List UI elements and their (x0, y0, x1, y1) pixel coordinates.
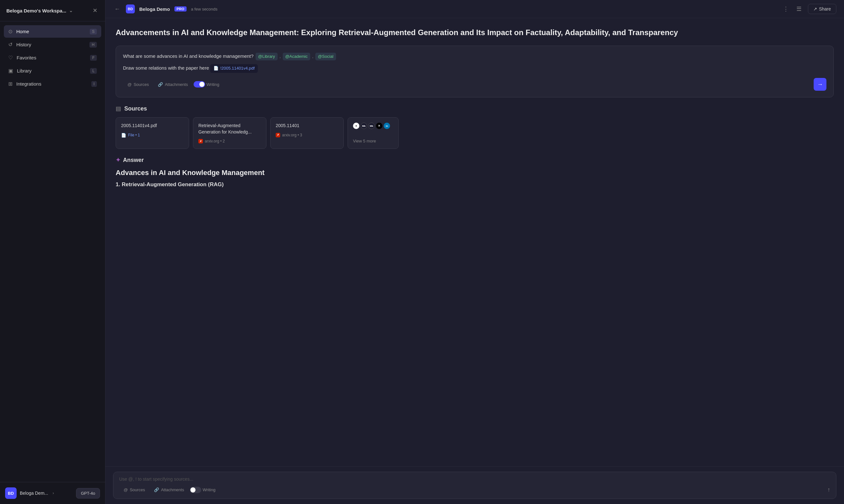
sidebar-header: Beloga Demo's Workspa... ⌄ ✕ (0, 0, 105, 21)
nav-label-home: Home (16, 29, 86, 34)
more-source-icons: ● Mk Mk ✕ in (353, 123, 390, 129)
nav-label-library: Library (17, 68, 86, 73)
view-more-text: View 5 more (353, 139, 376, 143)
attachments-clip-icon: 🔗 (158, 82, 163, 87)
bottom-input-box[interactable]: Use @, ! to start specifying sources... … (113, 472, 836, 499)
avatar: BD (5, 487, 17, 499)
bottom-writing-toggle[interactable] (190, 487, 201, 493)
bottom-toggle-knob (191, 487, 196, 492)
mini-icon-mk2: Mk (368, 123, 375, 129)
workspace-title[interactable]: Beloga Demo's Workspa... ⌄ (6, 8, 73, 13)
bottom-send-button[interactable]: ↑ (827, 486, 830, 493)
writing-toggle[interactable] (194, 81, 205, 88)
bottom-writing-label: Writing (202, 487, 215, 492)
share-button[interactable]: ↗ Share (808, 4, 836, 14)
writing-label: Writing (206, 82, 219, 87)
back-button[interactable]: ← (113, 4, 121, 14)
sidebar-nav: ⊙ Home S ↺ History H ♡ Favorites F ▣ Lib… (0, 21, 105, 482)
sidebar-footer: BD Beloga Dem... › GPT-4o (0, 482, 105, 504)
bottom-attachments-icon: 🔗 (154, 487, 159, 492)
workspace-chevron-icon: ⌄ (69, 8, 73, 13)
arxiv-icon-2: ✗ (198, 139, 203, 143)
page-title: Advancements in AI and Knowledge Managem… (115, 27, 834, 38)
source-card-3[interactable]: 2005.11401 ✗ arxiv.org • 3 (270, 117, 344, 149)
integrations-icon: ⊞ (8, 81, 13, 87)
sources-section-header: ▤ Sources (115, 105, 834, 112)
nav-label-history: History (16, 42, 86, 47)
bottom-sources-button[interactable]: @ Sources (119, 485, 149, 494)
sidebar-item-favorites[interactable]: ♡ Favorites F (4, 51, 101, 64)
sidebar-item-library[interactable]: ▣ Library L (4, 65, 101, 77)
model-selector[interactable]: GPT-4o (76, 488, 100, 499)
query-text-line2: Draw some relations with the paper here … (123, 64, 826, 73)
answer-subtitle: 1. Retrieval-Augmented Generation (RAG) (115, 181, 834, 188)
tag-academic[interactable]: @Academic (283, 53, 310, 61)
history-icon: ↺ (8, 41, 13, 48)
mini-icon-white: ● (353, 123, 359, 129)
query-actions: @ Sources 🔗 Attachments Writing → (123, 78, 826, 91)
time-label: a few seconds (191, 7, 218, 12)
sidebar-item-history[interactable]: ↺ History H (4, 38, 101, 51)
nav-shortcut-history: H (89, 42, 97, 48)
source-meta-3: ✗ arxiv.org • 3 (276, 133, 338, 137)
workspace-title-text: Beloga Demo's Workspa... (6, 8, 67, 13)
attachments-action-button[interactable]: 🔗 Attachments (153, 80, 192, 89)
more-sources-card[interactable]: ● Mk Mk ✕ in View 5 more (347, 117, 399, 149)
bottom-actions: @ Sources 🔗 Attachments Writing ↑ (119, 485, 830, 494)
sources-section-icon: ▤ (115, 105, 121, 112)
source-meta-text-1: File • 1 (128, 133, 140, 137)
toggle-knob (199, 82, 204, 87)
sidebar-item-home[interactable]: ⊙ Home S (4, 25, 101, 38)
query-text-line1: What are some advances in AI and knowled… (123, 52, 826, 61)
topbar-right: ⋮ ☰ ↗ Share (782, 4, 836, 14)
sources-grid: 2005.11401v4.pdf 📄 File • 1 Retrieval-Au… (115, 117, 834, 149)
nav-shortcut-home: S (90, 29, 97, 35)
nav-shortcut-favorites: F (90, 55, 97, 61)
share-label: Share (819, 6, 831, 12)
bottom-sources-icon: @ (124, 487, 128, 492)
source-meta-text-3: arxiv.org • 3 (282, 133, 302, 137)
query-file-tag[interactable]: 📄 !2005.11401v4.pdf (210, 64, 258, 73)
tag-library[interactable]: @Library (255, 53, 277, 61)
tag-social[interactable]: @Social (315, 53, 336, 61)
answer-title: Advances in AI and Knowledge Management (115, 169, 834, 177)
nav-label-favorites: Favorites (17, 55, 86, 60)
bottom-attachments-button[interactable]: 🔗 Attachments (149, 485, 188, 494)
source-title-3: 2005.11401 (276, 123, 338, 129)
pro-badge: PRO (175, 6, 186, 12)
home-icon: ⊙ (8, 29, 13, 35)
user-info[interactable]: BD Beloga Dem... › (5, 487, 54, 499)
sidebar-close-button[interactable]: ✕ (91, 6, 99, 15)
query-box: What are some advances in AI and knowled… (115, 46, 834, 98)
topbar-left: ← BD Beloga Demo PRO a few seconds (113, 4, 218, 14)
bottom-input-placeholder: Use @, ! to start specifying sources... (119, 476, 830, 482)
bottom-input-area: Use @, ! to start specifying sources... … (105, 466, 844, 504)
more-options-button[interactable]: ⋮ (782, 4, 790, 14)
sidebar-item-integrations[interactable]: ⊞ Integrations I (4, 78, 101, 90)
source-meta-1: 📄 File • 1 (121, 133, 184, 138)
mini-icon-x: ✕ (376, 123, 382, 129)
sources-action-button[interactable]: @ Sources (123, 80, 153, 89)
sparkle-icon: ✦ (115, 157, 121, 164)
source-meta-text-2: arxiv.org • 2 (205, 139, 225, 143)
answer-section: ✦ Answer Advances in AI and Knowledge Ma… (115, 157, 834, 188)
library-icon: ▣ (8, 68, 13, 74)
user-name: Beloga Dem... (20, 491, 48, 496)
source-card-2[interactable]: Retrieval-Augmented Generation for Knowl… (193, 117, 266, 149)
send-button[interactable]: → (814, 78, 826, 91)
list-view-button[interactable]: ☰ (795, 4, 803, 14)
main-content: Advancements in AI and Knowledge Managem… (105, 18, 844, 466)
sources-at-icon: @ (127, 82, 132, 87)
user-chevron-icon: › (53, 491, 54, 496)
source-card-1[interactable]: 2005.11401v4.pdf 📄 File • 1 (115, 117, 189, 149)
nav-shortcut-library: L (90, 68, 97, 74)
main-panel: ← BD Beloga Demo PRO a few seconds ⋮ ☰ ↗… (105, 0, 844, 504)
mini-icon-linkedin: in (384, 123, 390, 129)
favorites-icon: ♡ (8, 55, 13, 61)
mini-icon-mk1: Mk (361, 123, 367, 129)
source-meta-2: ✗ arxiv.org • 2 (198, 139, 261, 143)
source-title-1: 2005.11401v4.pdf (121, 123, 184, 129)
chat-name: Beloga Demo (139, 6, 170, 12)
nav-shortcut-integrations: I (91, 81, 97, 87)
file-tag-icon: 📄 (213, 65, 218, 72)
